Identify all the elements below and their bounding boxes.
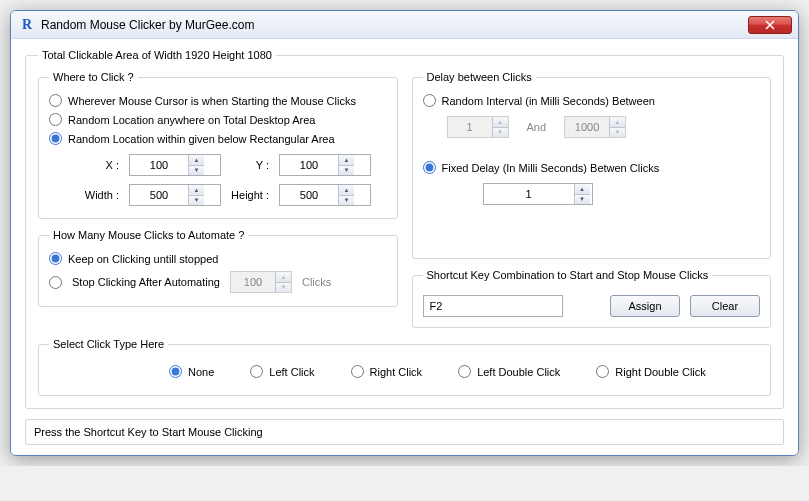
how-many-group: How Many Mouse Clicks to Automate ? Keep…: [38, 229, 398, 307]
height-input[interactable]: [280, 185, 338, 205]
height-spinner[interactable]: ▲ ▼: [279, 184, 371, 206]
radio-where-rect[interactable]: [49, 132, 62, 145]
radio-keep-clicking-label: Keep on Clicking untill stopped: [68, 253, 218, 265]
right-column: Delay between Clicks Random Interval (in…: [412, 71, 772, 328]
click-count-up: ▲: [276, 272, 291, 283]
where-option-cursor[interactable]: Wherever Mouse Cursor is when Starting t…: [49, 91, 387, 110]
left-column: Where to Click ? Wherever Mouse Cursor i…: [38, 71, 398, 328]
x-arrows: ▲ ▼: [188, 155, 204, 175]
y-arrows: ▲ ▼: [338, 155, 354, 175]
clicktype-rightdbl[interactable]: Right Double Click: [596, 362, 705, 381]
shortcut-row: Assign Clear: [423, 289, 761, 317]
radio-none[interactable]: [169, 365, 182, 378]
width-spinner[interactable]: ▲ ▼: [129, 184, 221, 206]
shortcut-input[interactable]: [423, 295, 563, 317]
width-down[interactable]: ▼: [189, 196, 204, 206]
clicktype-leftdbl[interactable]: Left Double Click: [458, 362, 560, 381]
delay-group: Delay between Clicks Random Interval (in…: [412, 71, 772, 259]
close-button[interactable]: [748, 16, 792, 34]
radio-left[interactable]: [250, 365, 263, 378]
rand-min-spinner: ▲ ▼: [447, 116, 509, 138]
click-type-legend: Select Click Type Here: [49, 338, 168, 350]
width-up[interactable]: ▲: [189, 185, 204, 196]
click-count-input: [231, 272, 275, 292]
how-many-legend: How Many Mouse Clicks to Automate ?: [49, 229, 248, 241]
top-row: Where to Click ? Wherever Mouse Cursor i…: [38, 71, 771, 328]
delay-random-option[interactable]: Random Interval (in Milli Seconds) Betwe…: [423, 91, 761, 110]
rand-min-input: [448, 117, 492, 137]
rect-inputs: X : ▲ ▼ Y :: [49, 148, 387, 208]
click-count-spinner: ▲ ▼: [230, 271, 292, 293]
delay-legend: Delay between Clicks: [423, 71, 536, 83]
where-option-rect[interactable]: Random Location within given below Recta…: [49, 129, 387, 148]
clicktype-left[interactable]: Left Click: [250, 362, 314, 381]
rand-max-down: ▼: [610, 128, 625, 138]
client-area: Total Clickable Area of Width 1920 Heigh…: [11, 39, 798, 455]
delay-fixed-option[interactable]: Fixed Delay (In Milli Seconds) Betwen Cl…: [423, 158, 761, 177]
titlebar: R Random Mouse Clicker by MurGee.com: [11, 11, 798, 39]
assign-button[interactable]: Assign: [610, 295, 680, 317]
x-spinner[interactable]: ▲ ▼: [129, 154, 221, 176]
radio-where-rect-label: Random Location within given below Recta…: [68, 133, 335, 145]
clicks-text: Clicks: [302, 276, 331, 288]
width-arrows: ▲ ▼: [188, 185, 204, 205]
radio-random-interval[interactable]: [423, 94, 436, 107]
howmany-stop[interactable]: Stop Clicking After Automating ▲ ▼ Click…: [49, 268, 387, 296]
rand-max-up: ▲: [610, 117, 625, 128]
shortcut-legend: Shortcut Key Combination to Start and St…: [423, 269, 713, 281]
radio-right[interactable]: [351, 365, 364, 378]
window-title: Random Mouse Clicker by MurGee.com: [41, 18, 254, 32]
radio-rightdbl[interactable]: [596, 365, 609, 378]
x-down[interactable]: ▼: [189, 166, 204, 176]
x-up[interactable]: ▲: [189, 155, 204, 166]
radio-stop-after[interactable]: [49, 276, 62, 289]
rand-min-down: ▼: [493, 128, 508, 138]
fixed-delay-up[interactable]: ▲: [575, 184, 590, 195]
fixed-delay-down[interactable]: ▼: [575, 195, 590, 205]
radio-where-cursor-label: Wherever Mouse Cursor is when Starting t…: [68, 95, 356, 107]
clickable-area-group: Total Clickable Area of Width 1920 Heigh…: [25, 49, 784, 409]
radio-random-interval-label: Random Interval (in Milli Seconds) Betwe…: [442, 95, 655, 107]
y-input[interactable]: [280, 155, 338, 175]
fixed-delay-spinner[interactable]: ▲ ▼: [483, 183, 593, 205]
rand-min-arrows: ▲ ▼: [492, 117, 508, 137]
radio-where-cursor[interactable]: [49, 94, 62, 107]
radio-leftdbl[interactable]: [458, 365, 471, 378]
radio-where-desktop-label: Random Location anywhere on Total Deskto…: [68, 114, 315, 126]
click-count-down: ▼: [276, 283, 291, 293]
rand-max-spinner: ▲ ▼: [564, 116, 626, 138]
width-label: Width :: [73, 189, 129, 201]
fixed-delay-input[interactable]: [484, 184, 574, 204]
howmany-keep[interactable]: Keep on Clicking untill stopped: [49, 249, 387, 268]
rand-min-up: ▲: [493, 117, 508, 128]
height-label: Height :: [221, 189, 279, 201]
y-label: Y :: [221, 159, 279, 171]
radio-where-desktop[interactable]: [49, 113, 62, 126]
y-down[interactable]: ▼: [339, 166, 354, 176]
where-option-desktop[interactable]: Random Location anywhere on Total Deskto…: [49, 110, 387, 129]
height-up[interactable]: ▲: [339, 185, 354, 196]
radio-fixed-delay-label: Fixed Delay (In Milli Seconds) Betwen Cl…: [442, 162, 660, 174]
click-type-group: Select Click Type Here None Left Click R…: [38, 338, 771, 396]
radio-keep-clicking[interactable]: [49, 252, 62, 265]
and-label: And: [527, 121, 547, 133]
random-interval-row: ▲ ▼ And ▲ ▼: [423, 110, 761, 144]
fixed-delay-row: ▲ ▼: [423, 177, 761, 205]
fixed-delay-arrows: ▲ ▼: [574, 184, 590, 204]
click-count-arrows: ▲ ▼: [275, 272, 291, 292]
y-up[interactable]: ▲: [339, 155, 354, 166]
radio-fixed-delay[interactable]: [423, 161, 436, 174]
y-spinner[interactable]: ▲ ▼: [279, 154, 371, 176]
radio-left-label: Left Click: [269, 366, 314, 378]
clicktype-right[interactable]: Right Click: [351, 362, 423, 381]
width-input[interactable]: [130, 185, 188, 205]
click-type-row: None Left Click Right Click Left Double …: [49, 358, 760, 385]
x-input[interactable]: [130, 155, 188, 175]
where-to-click-legend: Where to Click ?: [49, 71, 138, 83]
clicktype-none[interactable]: None: [169, 362, 214, 381]
height-down[interactable]: ▼: [339, 196, 354, 206]
close-icon: [765, 20, 775, 30]
titlebar-left: R Random Mouse Clicker by MurGee.com: [19, 17, 254, 33]
clear-button[interactable]: Clear: [690, 295, 760, 317]
clickable-area-legend: Total Clickable Area of Width 1920 Heigh…: [38, 49, 276, 61]
